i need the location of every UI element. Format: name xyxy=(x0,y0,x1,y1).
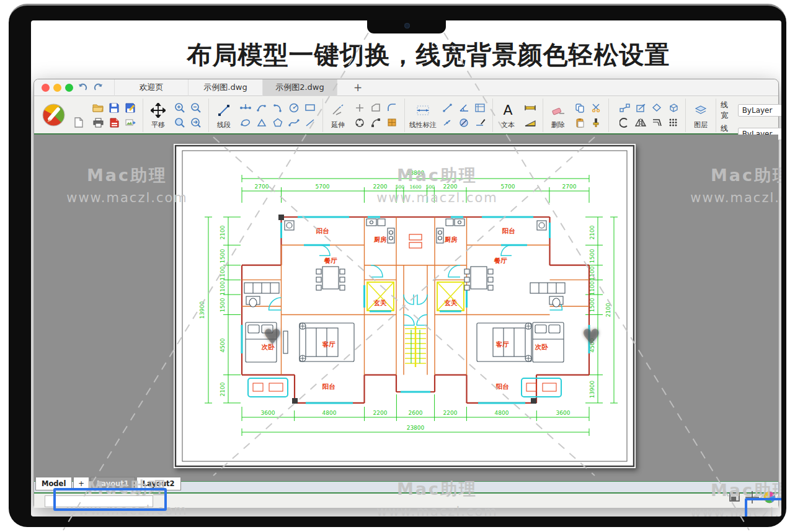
text-icon: A xyxy=(503,101,512,120)
cut-icon[interactable] xyxy=(588,100,604,115)
circle-icon[interactable] xyxy=(286,100,302,115)
layout-tab-layout2[interactable]: Layout2 xyxy=(136,477,181,490)
svg-text:2100: 2100 xyxy=(605,303,611,317)
svg-text:阳台: 阳台 xyxy=(502,227,516,234)
undo-icon[interactable] xyxy=(76,81,89,94)
print-icon[interactable] xyxy=(90,115,106,130)
slope-ruler-icon[interactable] xyxy=(522,115,538,130)
crosshair-icon[interactable] xyxy=(745,491,759,503)
save-as-icon[interactable] xyxy=(122,100,138,115)
pan-label: 平移 xyxy=(151,120,165,130)
zoom-out-icon[interactable] xyxy=(188,100,204,115)
extend-tool[interactable]: 延伸 xyxy=(327,101,349,130)
aligned-dim-icon[interactable] xyxy=(440,100,456,115)
polyline-edit-icon[interactable] xyxy=(616,115,633,130)
path-array-icon[interactable] xyxy=(368,115,384,130)
svg-text:阳台: 阳台 xyxy=(316,227,330,234)
dimension-group: 线性标注 xyxy=(405,99,493,132)
laptop-frame: 布局模型一键切换，线宽背景颜色轻松设置 欢迎页 示例图.dwg 示例图2.dwg… xyxy=(9,4,786,527)
pan-tool[interactable]: 平移 xyxy=(148,101,169,130)
color-wheel-icon[interactable] xyxy=(763,491,776,503)
horizontal-ruler-icon[interactable] xyxy=(522,100,538,115)
new-file-icon[interactable] xyxy=(71,115,87,130)
box-3d-icon[interactable] xyxy=(665,100,681,115)
scale-icon[interactable] xyxy=(633,100,649,115)
camera-icon xyxy=(404,23,410,29)
quick-dim-icon[interactable] xyxy=(472,115,488,130)
linewidth-dropdown[interactable]: ByLayer ▼ xyxy=(738,104,781,117)
svg-text:2200: 2200 xyxy=(373,184,388,190)
chamfer-icon[interactable] xyxy=(368,100,384,115)
layer-tool[interactable]: 图层 xyxy=(690,101,711,130)
redo-icon[interactable] xyxy=(92,81,105,94)
mirror-icon[interactable] xyxy=(633,115,649,130)
fillet-icon[interactable] xyxy=(384,100,400,115)
svg-text:玄关: 玄关 xyxy=(373,299,388,306)
tab-welcome[interactable]: 欢迎页 xyxy=(114,79,189,96)
layout-tab-layout1[interactable]: Layout1 xyxy=(91,477,135,490)
export-pdf-icon[interactable] xyxy=(106,115,122,130)
rectangle-icon[interactable] xyxy=(302,100,318,115)
zoom-extents-icon[interactable] xyxy=(188,115,204,130)
svg-text:3600: 3600 xyxy=(261,410,275,416)
text-tool[interactable]: A 文本 xyxy=(497,101,518,130)
layer-label: 图层 xyxy=(694,120,708,130)
triangle-icon[interactable] xyxy=(254,115,270,130)
offset-icon[interactable] xyxy=(649,115,665,130)
polar-array-icon[interactable] xyxy=(352,115,368,130)
format-brush-icon[interactable] xyxy=(588,115,604,130)
linear-dim-tool[interactable]: 线性标注 xyxy=(409,101,437,130)
angular-dim-icon[interactable] xyxy=(456,100,472,115)
polyline-icon[interactable] xyxy=(238,100,254,115)
svg-text:客厅: 客厅 xyxy=(322,340,336,348)
svg-text:500: 500 xyxy=(426,184,435,190)
spline-icon[interactable] xyxy=(286,115,302,130)
save-icon[interactable] xyxy=(106,100,122,115)
command-input[interactable] xyxy=(45,495,153,507)
diameter-dim-icon[interactable] xyxy=(456,115,472,130)
new-tab-button[interactable]: + xyxy=(353,81,362,94)
polygon-icon[interactable] xyxy=(270,115,286,130)
viewport-icon[interactable] xyxy=(729,492,741,503)
copy-icon[interactable] xyxy=(572,100,588,115)
linewidth-label: 线宽 xyxy=(721,100,734,121)
baseline-dim-icon[interactable] xyxy=(472,100,488,115)
layout-tab-model[interactable]: Model xyxy=(35,477,72,490)
arc-3pt-icon[interactable] xyxy=(254,100,270,115)
ellipse-icon[interactable] xyxy=(238,115,254,130)
svg-text:2600: 2600 xyxy=(409,410,423,416)
maximize-button[interactable] xyxy=(65,84,73,92)
rect-array-icon[interactable] xyxy=(384,115,400,130)
linear-dim-icon xyxy=(415,101,431,120)
drawing-canvas[interactable]: 23800 2700 5700 2200 500 1600 500 2200 5… xyxy=(34,135,778,481)
export-image-icon[interactable] xyxy=(122,115,138,130)
svg-text:5700: 5700 xyxy=(316,184,330,190)
arc-icon[interactable] xyxy=(270,100,286,115)
svg-text:阳台: 阳台 xyxy=(496,383,510,390)
zoom-window-icon[interactable] xyxy=(172,115,188,130)
minimize-button[interactable] xyxy=(53,84,61,92)
svg-text:2100: 2100 xyxy=(220,382,226,396)
open-file-icon[interactable] xyxy=(90,100,106,115)
svg-text:2100: 2100 xyxy=(589,225,595,239)
ray-icon[interactable] xyxy=(302,115,318,130)
radius-dim-icon[interactable] xyxy=(440,115,456,130)
zoom-in-icon[interactable] xyxy=(172,100,188,115)
layer-group: 图层 xyxy=(686,99,716,132)
page-title: 布局模型一键切换，线宽背景颜色轻松设置 xyxy=(31,38,781,72)
line-tool[interactable]: 线段 xyxy=(213,101,234,130)
add-layout-button[interactable]: + xyxy=(73,477,89,490)
svg-text:500: 500 xyxy=(396,184,405,190)
eraser-icon xyxy=(551,101,566,120)
tab-drawing-1[interactable]: 示例图.dwg xyxy=(189,79,263,96)
rotate-icon[interactable] xyxy=(649,100,665,115)
close-button[interactable] xyxy=(42,84,50,92)
svg-text:5700: 5700 xyxy=(501,184,515,190)
paste-icon[interactable] xyxy=(572,115,588,130)
tab-drawing-2[interactable]: 示例图2.dwg xyxy=(263,79,337,96)
trim-icon[interactable] xyxy=(352,100,368,115)
join-icon[interactable] xyxy=(616,100,633,115)
svg-text:次卧: 次卧 xyxy=(262,343,275,351)
array-dots-icon[interactable] xyxy=(665,115,681,130)
delete-tool[interactable]: 删除 xyxy=(548,101,569,130)
